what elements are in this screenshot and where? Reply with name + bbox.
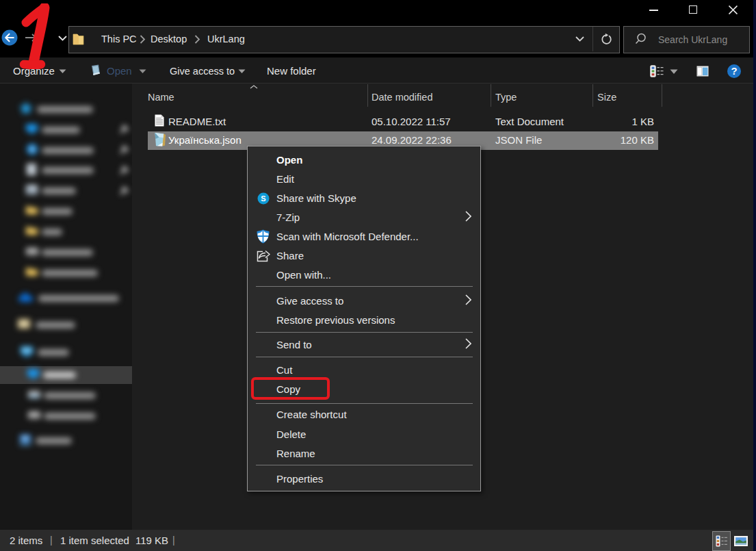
svg-text:S: S: [261, 194, 265, 203]
